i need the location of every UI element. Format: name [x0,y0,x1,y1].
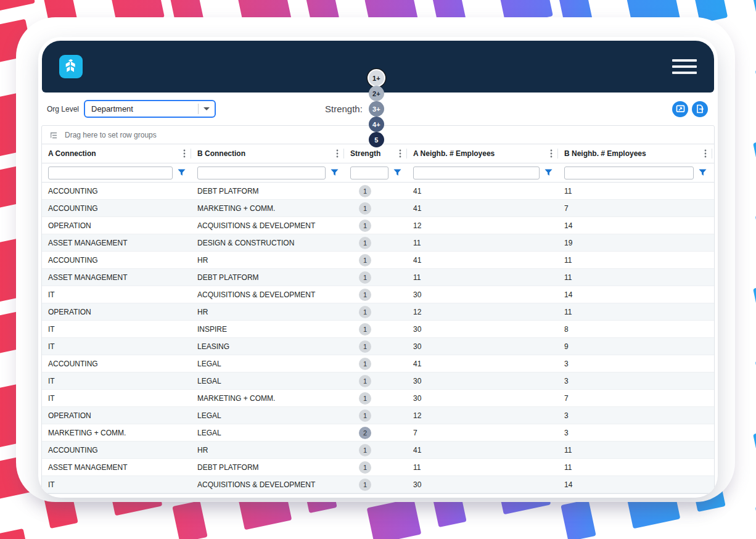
export-file-icon [696,104,705,113]
filter-cell-1 [42,163,191,182]
filter-input-4[interactable] [413,167,540,179]
cell: 41 [407,204,558,213]
cell: 41 [407,446,558,455]
open-in-window-icon [676,104,685,113]
table-row[interactable]: MARKETING + COMM.LEGAL273 [42,424,714,442]
column-header-1[interactable]: A Connection [42,144,191,163]
cell: DEBT PLATFORM [191,273,344,282]
table-row[interactable]: ACCOUNTINGMARKETING + COMM.1417 [42,200,714,217]
filter-funnel-icon[interactable] [393,169,401,176]
decorative-stripe [367,498,422,539]
table-row[interactable]: ASSET MANAGEMENTDESIGN & CONSTRUCTION111… [42,234,714,252]
open-in-window-button[interactable] [672,101,688,117]
strength-badge: 1 [359,461,371,474]
cell: 30 [407,480,558,489]
filter-funnel-icon[interactable] [178,169,186,176]
cell: ACCOUNTING [42,187,191,195]
cell: 11 [407,463,558,472]
cell: 7 [407,429,558,437]
table-row[interactable]: ITMARKETING + COMM.1307 [42,390,714,407]
cell: 11 [407,239,558,247]
decorative-stripe [753,424,756,491]
table-row[interactable]: ASSET MANAGEMENTDEBT PLATFORM11111 [42,269,714,286]
strength-label: Strength: [325,104,363,114]
filter-funnel-icon[interactable] [331,169,339,176]
cell: MARKETING + COMM. [191,394,344,403]
cell: 9 [558,342,712,351]
strength-badge: 2 [359,427,371,439]
cell: 12 [407,411,558,420]
cell: 41 [407,360,558,368]
strength-cell: 1 [344,185,407,197]
strength-cell: 1 [344,254,407,266]
filter-input-5[interactable] [564,167,694,179]
cell: IT [42,290,191,299]
org-level-select[interactable]: Department [84,100,216,118]
filter-input-2[interactable] [197,167,326,179]
cell: DEBT PLATFORM [191,463,344,472]
table-row[interactable]: ACCOUNTINGDEBT PLATFORM14111 [42,183,714,200]
table-row[interactable]: OPERATIONLEGAL1123 [42,407,714,424]
table-row[interactable]: OPERATIONHR11211 [42,303,714,321]
column-menu-icon[interactable] [331,149,344,158]
cell: 30 [407,325,558,334]
strength-badge: 1 [359,306,371,318]
strength-cell: 1 [344,220,407,232]
toolbar: Org Level Department Strength: 1+2+3+4+5 [38,93,718,125]
table-row[interactable]: ITACQUISITIONS & DEVELOPMENT13014 [42,286,714,303]
column-menu-icon[interactable] [544,149,558,158]
strength-cell: 1 [344,444,407,456]
table-row[interactable]: ITINSPIRE1308 [42,321,714,338]
column-menu-icon[interactable] [178,149,191,158]
cell: ACCOUNTING [42,204,191,213]
cell: 11 [558,273,712,282]
table-row[interactable]: ACCOUNTINGLEGAL1413 [42,355,714,372]
cell: 30 [407,394,558,403]
hamburger-menu-icon[interactable] [672,56,697,78]
cell: 14 [558,221,712,230]
row-group-hint: Drag here to set row groups [65,131,157,139]
cell: ACQUISITIONS & DEVELOPMENT [191,290,344,299]
table-row[interactable]: OPERATIONACQUISITIONS & DEVELOPMENT11214 [42,217,714,234]
cell: 12 [407,221,558,230]
strength-cell: 1 [344,340,407,353]
column-menu-icon[interactable] [393,149,407,158]
table-row[interactable]: ACCOUNTINGHR14111 [42,442,714,459]
filter-funnel-icon[interactable] [544,169,553,176]
filter-cell-2 [191,163,344,182]
filter-input-1[interactable] [48,167,173,179]
cell: 3 [558,429,712,437]
table-row[interactable]: ITLEGAL1303 [42,372,714,390]
strength-button-3plus[interactable]: 3+ [369,101,384,117]
strength-badge: 1 [359,392,371,405]
column-header-4[interactable]: A Neighb. # Employees [407,144,558,163]
decorative-stripe [561,500,596,539]
column-menu-icon[interactable] [699,149,712,158]
org-level-label: Org Level [47,105,79,113]
chevron-down-icon [199,107,215,110]
strength-button-2plus[interactable]: 2+ [369,86,384,101]
strength-button-4plus[interactable]: 4+ [369,117,384,132]
table-row[interactable]: ASSET MANAGEMENTDEBT PLATFORM11111 [42,459,714,476]
strength-badge: 1 [359,323,371,335]
cell: 14 [558,290,712,299]
strength-button-1plus[interactable]: 1+ [369,70,384,86]
cell: IT [42,342,191,351]
cell: LEGAL [191,411,344,420]
cell: 3 [558,411,712,420]
cell: OPERATION [42,221,191,230]
org-level-value: Department [91,104,198,113]
export-button[interactable] [692,101,708,117]
table-row[interactable]: ITLEASING1309 [42,338,714,355]
table-row[interactable]: ACCOUNTINGHR14111 [42,252,714,269]
column-header-3[interactable]: Strength [344,144,407,163]
strength-cell: 1 [344,409,407,422]
filter-funnel-icon[interactable] [699,169,707,176]
column-header-5[interactable]: B Neighb. # Employees [558,144,712,163]
filter-input-3[interactable] [350,167,388,179]
column-header-2[interactable]: B Connection [191,144,344,163]
cell: ACQUISITIONS & DEVELOPMENT [191,221,344,230]
cell: IT [42,377,191,385]
table-row[interactable]: ITACQUISITIONS & DEVELOPMENT13014 [42,476,714,493]
cell: 14 [558,480,712,489]
